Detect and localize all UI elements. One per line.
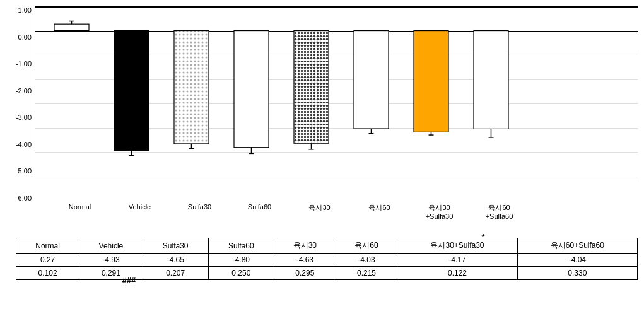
y-axis-label: -1.00 — [6, 60, 32, 67]
x-label-yuksi60sulfa60: 육시60 +Sulfa60 — [473, 203, 525, 220]
y-axis-label: 1.00 — [6, 6, 32, 14]
table-header: 육시60 — [336, 238, 397, 254]
svg-rect-7 — [114, 31, 149, 151]
y-axis: 1.000.00-1.00-2.00-3.00-4.00-5.00-6.00 — [6, 6, 35, 202]
table-cell: -4.63 — [274, 254, 336, 267]
x-axis-labels: NormalVehicleSulfa30Sulfa60육시30육시60육시30 … — [35, 202, 638, 233]
x-label-yuksi30sulfa30: 육시30 +Sulfa30 — [413, 203, 465, 220]
svg-rect-10 — [174, 31, 209, 144]
table-header: 육시30 — [274, 238, 336, 254]
svg-rect-25 — [474, 31, 508, 129]
grid-line — [35, 177, 638, 177]
y-axis-label: -6.00 — [6, 194, 32, 202]
table-cell: -4.80 — [208, 254, 274, 267]
svg-rect-4 — [54, 24, 89, 30]
table-cell: 0.102 — [16, 267, 79, 280]
bar-yuksi60 — [354, 6, 389, 177]
x-label-yuksi60: 육시60 — [353, 203, 406, 213]
data-table-wrapper: NormalVehicleSulfa30Sulfa60육시30육시60육시30+… — [6, 236, 638, 280]
data-table: NormalVehicleSulfa30Sulfa60육시30육시60육시30+… — [16, 238, 638, 280]
svg-rect-16 — [294, 31, 329, 144]
table-header: Sulfa30 — [143, 238, 208, 254]
chart-plot: ###* — [35, 6, 638, 177]
bar-yuksi30sulfa30 — [414, 6, 448, 177]
table-cell: -4.17 — [397, 254, 517, 267]
table-header: Normal — [16, 238, 79, 254]
svg-rect-22 — [414, 31, 448, 132]
bar-yuksi30 — [294, 6, 329, 177]
x-label-vehicle: Vehicle — [114, 203, 166, 211]
x-label-sulfa60: Sulfa60 — [233, 203, 286, 211]
bar-annotation-yuksi60sulfa60: * — [482, 232, 485, 242]
table-header: 육시30+Sulfa30 — [397, 238, 517, 254]
y-axis-label: 0.00 — [6, 33, 32, 41]
svg-rect-19 — [354, 31, 389, 129]
bar-sulfa30 — [174, 6, 209, 177]
bar-vehicle — [114, 6, 149, 177]
y-axis-label: -4.00 — [6, 141, 32, 148]
table-cell: -4.04 — [517, 254, 637, 267]
table-header: Sulfa60 — [208, 238, 274, 254]
table-cell: 0.27 — [16, 254, 79, 267]
table-cell: 0.215 — [336, 267, 397, 280]
table-cell: -4.65 — [143, 254, 208, 267]
y-axis-label: -2.00 — [6, 87, 32, 95]
x-label-sulfa30: Sulfa30 — [173, 203, 226, 211]
table-header: 육시60+Sulfa60 — [517, 238, 637, 254]
table-cell: -4.93 — [79, 254, 143, 267]
table-cell: 0.330 — [517, 267, 637, 280]
table-cell: 0.122 — [397, 267, 517, 280]
bar-annotation-vehicle: ### — [122, 276, 136, 285]
table-cell: -4.03 — [336, 254, 397, 267]
x-label-yuksi30: 육시30 — [293, 203, 346, 213]
table-header: Vehicle — [79, 238, 143, 254]
bar-sulfa60 — [234, 6, 269, 177]
y-axis-label: -3.00 — [6, 114, 32, 121]
table-cell: 0.207 — [143, 267, 208, 280]
table-cell: 0.295 — [274, 267, 336, 280]
y-axis-label: -5.00 — [6, 167, 32, 175]
table-cell: 0.250 — [208, 267, 274, 280]
bar-yuksi60sulfa60 — [474, 6, 508, 177]
chart-area: 1.000.00-1.00-2.00-3.00-4.00-5.00-6.00 #… — [6, 6, 638, 202]
svg-rect-13 — [234, 31, 269, 148]
bar-normal — [54, 6, 89, 177]
x-label-normal: Normal — [54, 203, 106, 211]
chart-container: 1.000.00-1.00-2.00-3.00-4.00-5.00-6.00 #… — [0, 0, 644, 321]
